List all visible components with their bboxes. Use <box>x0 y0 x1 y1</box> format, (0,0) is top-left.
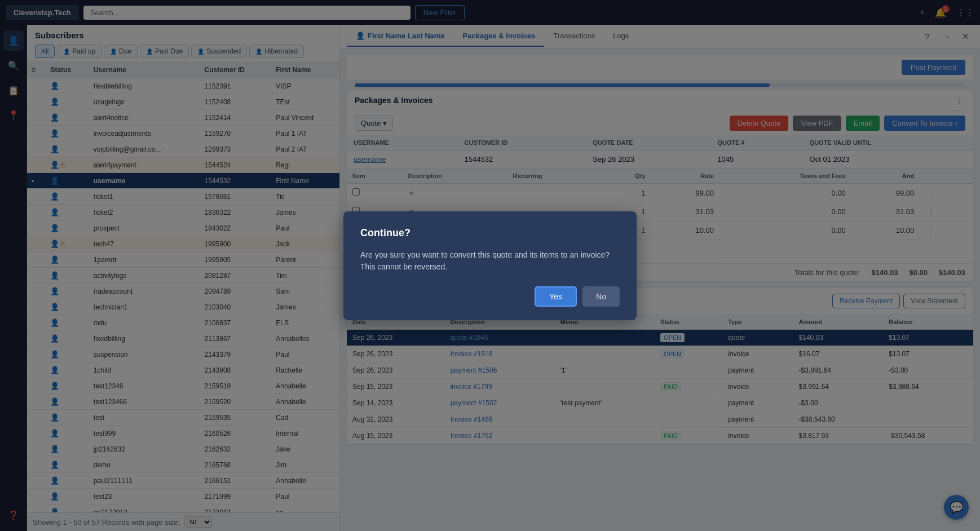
modal-yes-button[interactable]: Yes <box>535 286 577 307</box>
modal-box: Continue? Are you sure you want to conve… <box>343 211 637 320</box>
modal-no-button[interactable]: No <box>582 286 620 307</box>
modal-body: Are you sure you want to convert this qu… <box>360 249 620 273</box>
modal-actions: Yes No <box>360 286 620 307</box>
modal-overlay: Continue? Are you sure you want to conve… <box>0 0 980 531</box>
modal-title: Continue? <box>360 227 620 239</box>
